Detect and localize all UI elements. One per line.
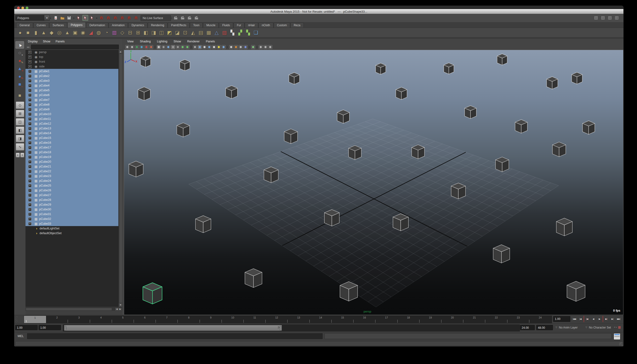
cube[interactable] xyxy=(138,87,150,100)
outliner-item-pCube9[interactable]: +▦pCube9 xyxy=(26,107,118,112)
select-component-icon[interactable] xyxy=(89,15,95,21)
single-pane-layout[interactable]: ◇ xyxy=(16,102,24,109)
expand-icon[interactable]: + xyxy=(28,65,32,68)
range-end-handle[interactable] xyxy=(280,326,282,330)
frame-slot-2[interactable]: 2 xyxy=(46,316,68,323)
outliner-item-pCube30[interactable]: +▦pCube30 xyxy=(26,207,118,212)
scale-tool[interactable]: ■↔ xyxy=(16,80,24,88)
bookmarks-icon[interactable] xyxy=(135,45,139,49)
subdiv-proxy-icon[interactable]: ◔ xyxy=(103,28,110,36)
frame-slot-11[interactable]: 11 xyxy=(244,316,266,323)
xray-active-icon[interactable] xyxy=(264,45,268,49)
exposure-icon[interactable] xyxy=(268,45,272,49)
outliner-item-front[interactable]: +◉front xyxy=(26,59,118,64)
render-settings-icon[interactable] xyxy=(194,15,200,21)
crease-tool-icon[interactable]: ◩ xyxy=(166,28,174,36)
outliner-item-pCube16[interactable]: +▦pCube16 xyxy=(26,140,118,145)
expand-icon[interactable]: + xyxy=(28,94,32,97)
step-back-frame-button[interactable]: |◀ xyxy=(578,316,584,322)
film-gate-icon[interactable] xyxy=(162,45,166,49)
shelf-tab-dynamics[interactable]: Dynamics xyxy=(128,23,148,28)
persp-graph-layout[interactable]: ∿ xyxy=(16,143,24,150)
range-slider-track[interactable]: 1 24 xyxy=(63,324,520,331)
render-view-icon[interactable] xyxy=(173,15,179,21)
live-surface-field[interactable]: No Live Surface xyxy=(140,15,171,21)
extract-icon[interactable]: ⊞ xyxy=(134,28,142,36)
outliner-item-pCube4[interactable]: +▦pCube4 xyxy=(26,83,118,88)
expand-icon[interactable]: + xyxy=(28,127,32,130)
frame-slot-8[interactable]: 8 xyxy=(178,316,200,323)
expand-icon[interactable]: + xyxy=(28,218,32,220)
outliner-item-pCube22[interactable]: +▦pCube22 xyxy=(26,169,118,174)
outliner-item-pCube23[interactable]: +▦pCube23 xyxy=(26,174,118,178)
smooth-mesh-icon[interactable]: ◍ xyxy=(95,28,103,36)
shelf-tab-toon[interactable]: Toon xyxy=(190,23,203,28)
cube[interactable] xyxy=(567,281,585,301)
default-lighting-icon[interactable] xyxy=(217,45,221,49)
wedge-face-icon[interactable]: ◭ xyxy=(189,28,197,36)
shelf-tab-general[interactable]: General xyxy=(16,23,33,28)
cube[interactable] xyxy=(337,110,350,124)
frame-slot-13[interactable]: 13 xyxy=(288,316,310,323)
spin-edge-icon[interactable]: ◪ xyxy=(174,28,181,36)
xray-icon[interactable] xyxy=(259,45,263,49)
expand-icon[interactable]: + xyxy=(28,156,32,159)
shelf-tab-painteffects[interactable]: PaintEffects xyxy=(168,23,190,28)
viewport-menu-view[interactable]: View xyxy=(127,40,134,43)
shelf-tab-muscle[interactable]: Muscle xyxy=(203,23,219,28)
expand-icon[interactable]: + xyxy=(28,203,32,206)
viewport-menu-lighting[interactable]: Lighting xyxy=(157,40,168,43)
expand-icon[interactable]: + xyxy=(28,174,32,178)
current-character-field[interactable]: 1.00 xyxy=(38,325,61,330)
go-to-start-button[interactable]: |◀◀ xyxy=(571,316,577,322)
scrollbar-thumb[interactable] xyxy=(119,54,122,303)
snap-projected-center-icon[interactable] xyxy=(119,15,125,21)
outliner-menu-panels[interactable]: Panels xyxy=(56,40,64,43)
outliner-item-pCube15[interactable]: +▦pCube15 xyxy=(26,136,118,140)
bevel-icon[interactable]: ▤ xyxy=(197,28,205,36)
textured-mode-icon[interactable] xyxy=(202,45,206,49)
safe-action-icon[interactable] xyxy=(180,45,184,49)
shelf-tab-surfaces[interactable]: Surfaces xyxy=(49,23,67,28)
scroll-up-icon[interactable]: ▲ xyxy=(119,50,122,53)
open-scene-icon[interactable] xyxy=(60,15,65,21)
group-collapse-icon[interactable]: ▸ xyxy=(50,16,52,20)
shelf-tab-animation[interactable]: Animation xyxy=(109,23,128,28)
viewport-menu-show[interactable]: Show xyxy=(174,40,181,43)
select-hierarchy-icon[interactable] xyxy=(76,15,82,21)
frame-slot-10[interactable]: 10 xyxy=(222,316,244,323)
expand-icon[interactable]: + xyxy=(28,103,32,106)
frame-slot-7[interactable]: 7 xyxy=(156,316,178,323)
save-scene-icon[interactable] xyxy=(66,15,72,21)
frame-slot-3[interactable]: 3 xyxy=(68,316,90,323)
frame-slot-20[interactable]: 20 xyxy=(442,316,463,323)
bridge-icon[interactable]: ▦ xyxy=(205,28,213,36)
cube[interactable] xyxy=(497,54,508,65)
poly-cylinder-icon[interactable]: ▮ xyxy=(32,28,40,36)
cube[interactable] xyxy=(140,56,151,67)
playback-range-bar[interactable]: 1 24 xyxy=(64,325,282,331)
lasso-tool[interactable]: ◌▲ xyxy=(16,49,24,56)
outliner-item-pCube31[interactable]: +▦pCube31 xyxy=(26,212,118,216)
camera-attributes-icon[interactable] xyxy=(130,45,134,49)
frame-slot-16[interactable]: 16 xyxy=(354,316,376,323)
outliner-item-pCube5[interactable]: +▦pCube5 xyxy=(26,88,118,93)
new-scene-icon[interactable] xyxy=(53,15,58,21)
expand-icon[interactable]: + xyxy=(28,160,32,164)
play-forwards-button[interactable]: ▶ xyxy=(596,316,602,322)
viewport-menu-panels[interactable]: Panels xyxy=(206,40,215,43)
safe-title-icon[interactable] xyxy=(185,45,190,49)
layout-dropdown-right[interactable]: ▾ xyxy=(20,153,24,158)
outliner-vertical-scrollbar[interactable]: ▲ ▼ xyxy=(118,50,122,307)
cube[interactable] xyxy=(396,87,407,100)
frame-slot-15[interactable]: 15 xyxy=(332,316,354,323)
expand-icon[interactable]: + xyxy=(28,51,32,54)
cube[interactable] xyxy=(493,245,510,263)
mirror-geometry-icon[interactable]: ◫ xyxy=(158,28,166,36)
frame-slot-24[interactable]: 24 xyxy=(529,316,551,323)
snap-grid-icon[interactable] xyxy=(98,15,104,21)
expand-icon[interactable]: + xyxy=(28,170,32,173)
outliner-item-pCube8[interactable]: +▦pCube8 xyxy=(26,102,118,107)
cube[interactable] xyxy=(552,142,566,157)
frame-slot-12[interactable]: 12 xyxy=(266,316,288,323)
